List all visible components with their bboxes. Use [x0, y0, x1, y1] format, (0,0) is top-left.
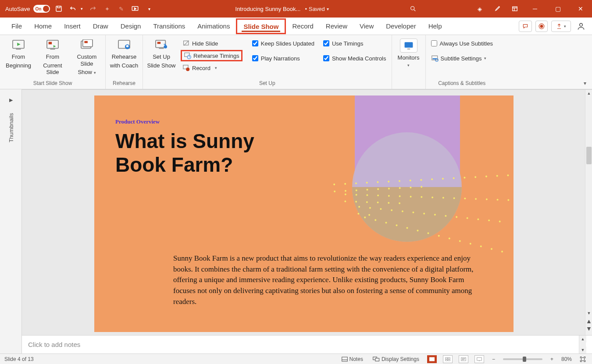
- subtitle-settings-icon: [431, 54, 439, 62]
- magic-icon[interactable]: ✦: [102, 4, 112, 14]
- maximize-button[interactable]: ▢: [550, 0, 566, 18]
- view-reading-button[interactable]: [459, 355, 468, 363]
- status-bar: Slide 4 of 13 Notes Display Settings − +…: [0, 353, 592, 364]
- slide-title[interactable]: What is Sunny Book Farm?: [115, 130, 254, 177]
- slide[interactable]: • • • • • • • • • • • • • • • • • • • • …: [94, 95, 514, 332]
- rehearse-timings-button[interactable]: Rehearse Timings: [181, 50, 243, 61]
- custom-slide-show-button[interactable]: Custom Slide Show ▾: [72, 38, 102, 76]
- redo-icon[interactable]: [88, 4, 98, 14]
- save-icon[interactable]: [53, 4, 64, 14]
- diamond-icon[interactable]: ◈: [474, 4, 485, 14]
- play-from-current-icon: [45, 39, 61, 52]
- slide-overline[interactable]: Product Overview: [115, 118, 160, 125]
- svg-rect-28: [342, 357, 347, 361]
- play-from-start-icon: [11, 39, 26, 52]
- zoom-out-button[interactable]: −: [490, 356, 497, 362]
- svg-rect-35: [448, 357, 450, 359]
- keep-slides-updated-checkbox[interactable]: Keep Slides Updated: [250, 38, 316, 49]
- view-slideshow-button[interactable]: [474, 355, 484, 363]
- notes-scrollbar[interactable]: ▲ ▼: [579, 336, 586, 353]
- hide-slide-button[interactable]: Hide Slide: [181, 38, 243, 49]
- search-icon[interactable]: [410, 5, 422, 12]
- use-timings-checkbox[interactable]: Use Timings: [321, 38, 388, 49]
- tab-view[interactable]: View: [353, 18, 380, 35]
- display-icon: [373, 357, 380, 362]
- notes-pane[interactable]: Click to add notes ▲ ▼: [22, 335, 592, 353]
- display-settings-button[interactable]: Display Settings: [371, 354, 421, 364]
- save-state[interactable]: • Saved ▾: [305, 6, 328, 12]
- qat-more-icon[interactable]: ▾: [144, 4, 154, 14]
- tab-file[interactable]: File: [5, 18, 28, 35]
- tab-draw[interactable]: Draw: [87, 18, 114, 35]
- tab-slide-show[interactable]: Slide Show: [236, 18, 286, 34]
- zoom-slider[interactable]: [503, 358, 542, 360]
- ribbon-tabs: File Home Insert Draw Design Transitions…: [0, 18, 592, 35]
- window-layout-icon[interactable]: [510, 4, 520, 14]
- present-icon[interactable]: [130, 4, 140, 14]
- play-narrations-checkbox[interactable]: Play Narrations: [250, 53, 316, 64]
- group-label: Start Slide Show: [33, 79, 72, 88]
- from-beginning-button[interactable]: From Beginning: [4, 38, 33, 69]
- record-button[interactable]: [535, 21, 548, 32]
- monitors-button[interactable]: Monitors ▾: [396, 38, 422, 67]
- group-set-up: Set Up Slide Show Hide Slide Rehearse Ti…: [143, 35, 392, 89]
- minimize-button[interactable]: ─: [527, 0, 543, 18]
- monitor-icon: [400, 39, 417, 53]
- tab-insert[interactable]: Insert: [58, 18, 87, 35]
- slide-counter: Slide 4 of 13: [4, 356, 34, 362]
- slide-body-text[interactable]: Sunny Book Farm is a new product that ai…: [173, 253, 487, 307]
- svg-rect-12: [84, 41, 87, 43]
- autosave-toggle[interactable]: On: [33, 5, 50, 13]
- tab-design[interactable]: Design: [114, 18, 147, 35]
- record-dropdown-button[interactable]: Record ▾: [181, 62, 243, 74]
- view-sorter-button[interactable]: [443, 355, 453, 363]
- share-button[interactable]: ▾: [551, 21, 571, 32]
- svg-rect-32: [430, 357, 431, 361]
- subtitle-settings-button[interactable]: Subtitle Settings ▾: [429, 53, 495, 64]
- expand-thumbnails-icon[interactable]: ▶: [9, 97, 13, 103]
- svg-point-18: [164, 45, 167, 48]
- svg-point-2: [411, 7, 414, 10]
- next-slide-button[interactable]: ⯆: [585, 325, 592, 332]
- close-button[interactable]: ✕: [573, 0, 588, 18]
- profile-button[interactable]: [575, 21, 587, 32]
- zoom-in-button[interactable]: +: [549, 356, 555, 362]
- undo-dropdown-icon[interactable]: ▾: [79, 4, 84, 14]
- tab-transitions[interactable]: Transitions: [147, 18, 191, 35]
- tab-home[interactable]: Home: [28, 18, 58, 35]
- tab-review[interactable]: Review: [320, 18, 353, 35]
- notes-scroll-down[interactable]: ▼: [579, 346, 586, 353]
- svg-rect-9: [49, 42, 52, 45]
- eyedropper-icon[interactable]: ✎: [116, 4, 126, 14]
- tab-help[interactable]: Help: [422, 18, 448, 35]
- group-monitors: Monitors ▾: [392, 35, 426, 89]
- notes-scroll-up[interactable]: ▲: [579, 336, 586, 343]
- thumbnails-label: Thumbnails: [7, 113, 14, 142]
- vertical-scrollbar[interactable]: ▲ ▼ ⯅ ⯆: [585, 90, 592, 335]
- rehearse-with-coach-button[interactable]: Rehearse with Coach: [109, 38, 139, 69]
- svg-rect-25: [432, 56, 437, 60]
- scroll-thumb[interactable]: [586, 147, 592, 164]
- thumbnails-rail[interactable]: ▶ Thumbnails: [0, 89, 22, 353]
- zoom-percent[interactable]: 80%: [561, 356, 572, 362]
- svg-rect-15: [126, 45, 129, 47]
- notes-toggle-button[interactable]: Notes: [340, 354, 365, 364]
- svg-rect-36: [446, 359, 448, 360]
- from-current-slide-button[interactable]: From Current Slide: [38, 38, 68, 76]
- comments-button[interactable]: [519, 21, 532, 32]
- tab-record[interactable]: Record: [286, 18, 319, 35]
- view-normal-button[interactable]: [427, 355, 437, 363]
- always-use-subtitles-checkbox[interactable]: Always Use Subtitles: [429, 38, 495, 49]
- scroll-down-button[interactable]: ▼: [585, 310, 592, 317]
- undo-icon[interactable]: [68, 4, 78, 14]
- svg-rect-30: [375, 358, 379, 361]
- show-media-controls-checkbox[interactable]: Show Media Controls: [321, 53, 388, 64]
- set-up-slide-show-button[interactable]: Set Up Slide Show: [146, 38, 176, 69]
- prev-slide-button[interactable]: ⯅: [585, 318, 592, 325]
- fit-to-window-button[interactable]: [578, 356, 588, 362]
- tab-developer[interactable]: Developer: [380, 18, 422, 35]
- scroll-up-button[interactable]: ▲: [585, 90, 592, 97]
- collapse-ribbon-button[interactable]: ▾: [581, 79, 589, 87]
- brush-icon[interactable]: [492, 4, 503, 14]
- tab-animations[interactable]: Animations: [191, 18, 236, 35]
